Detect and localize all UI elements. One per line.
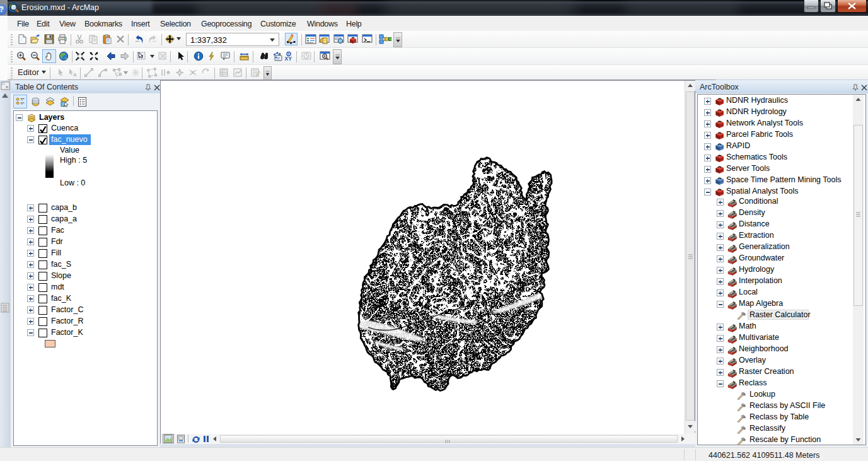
svg-text:XY: XY — [285, 55, 292, 62]
svg-text:A: A — [73, 72, 77, 78]
